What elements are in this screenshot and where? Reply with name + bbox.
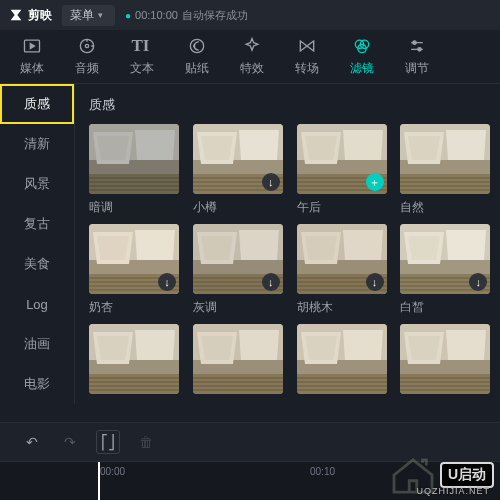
toolbar-text[interactable]: TI文本 xyxy=(114,31,169,83)
svg-rect-12 xyxy=(400,124,490,194)
toolbar-effect[interactable]: 特效 xyxy=(224,31,279,83)
filter-thumbnail[interactable]: ↓ xyxy=(89,224,179,294)
watermark-text: U启动 xyxy=(440,462,494,488)
sidebar-item-food[interactable]: 美食 xyxy=(0,244,74,284)
redo-button[interactable]: ↷ xyxy=(58,430,82,454)
download-icon[interactable]: ↓ xyxy=(262,273,280,291)
toolbar-label: 转场 xyxy=(295,60,319,77)
sidebar-item-retro[interactable]: 复古 xyxy=(0,204,74,244)
autosave-time: 00:10:00 xyxy=(135,9,178,21)
filter-thumbnail[interactable] xyxy=(193,324,283,394)
svg-point-3 xyxy=(190,39,203,52)
playhead-marker[interactable] xyxy=(98,462,100,500)
svg-rect-19 xyxy=(297,324,387,394)
filter-thumbnail[interactable]: ↓ xyxy=(193,124,283,194)
app-logo: 剪映 xyxy=(8,7,52,24)
sidebar-item-scenery[interactable]: 风景 xyxy=(0,164,74,204)
sparkle-icon xyxy=(242,36,262,56)
filter-thumbnail[interactable] xyxy=(400,324,490,394)
ruler-tick: 00:00 xyxy=(100,466,125,477)
filter-grid-panel: 质感 暗调↓小樽＋午后自然↓奶杏↓灰调↓胡桃木↓白皙 xyxy=(75,84,500,404)
toolbar-sticker[interactable]: 贴纸 xyxy=(169,31,224,83)
toolbar-label: 媒体 xyxy=(20,60,44,77)
svg-point-2 xyxy=(85,44,88,47)
watermark-sub: UQZHIJIA.NET xyxy=(416,486,490,496)
svg-point-7 xyxy=(412,41,415,44)
split-button[interactable]: ⎡⎦ xyxy=(96,430,120,454)
filter-label: 胡桃木 xyxy=(297,299,389,316)
sidebar-item-fresh[interactable]: 清新 xyxy=(0,124,74,164)
toolbar-label: 文本 xyxy=(130,60,154,77)
toolbar-label: 音频 xyxy=(75,60,99,77)
chevron-down-icon: ▾ xyxy=(98,10,103,20)
download-icon[interactable]: ↓ xyxy=(158,273,176,291)
autosave-text: 自动保存成功 xyxy=(182,8,248,23)
svg-rect-20 xyxy=(400,324,490,394)
download-icon[interactable]: ↓ xyxy=(366,273,384,291)
toolbar-audio[interactable]: 音频 xyxy=(59,31,114,83)
filter-item xyxy=(89,324,181,399)
filter-item: ↓小樽 xyxy=(193,124,285,216)
filter-thumbnail[interactable] xyxy=(400,124,490,194)
main-toolbar: 媒体音频TI文本贴纸特效转场滤镜调节 xyxy=(0,30,500,84)
filter-label: 自然 xyxy=(400,199,492,216)
filter-label: 暗调 xyxy=(89,199,181,216)
venn-icon xyxy=(352,36,372,56)
sidebar-item-texture[interactable]: 质感 xyxy=(0,84,74,124)
sidebar-item-log[interactable]: Log xyxy=(0,284,74,324)
sidebar-item-oil[interactable]: 油画 xyxy=(0,324,74,364)
svg-rect-9 xyxy=(89,124,179,194)
moon-icon xyxy=(187,36,207,56)
disc-icon xyxy=(77,36,97,56)
filter-item: ↓白皙 xyxy=(400,224,492,316)
toolbar-label: 贴纸 xyxy=(185,60,209,77)
toolbar-label: 特效 xyxy=(240,60,264,77)
filter-thumbnail[interactable]: ＋ xyxy=(297,124,387,194)
filter-label: 小樽 xyxy=(193,199,285,216)
delete-button[interactable]: 🗑 xyxy=(134,430,158,454)
add-icon[interactable]: ＋ xyxy=(366,173,384,191)
svg-rect-17 xyxy=(89,324,179,394)
filter-label: 白皙 xyxy=(400,299,492,316)
filter-item: 暗调 xyxy=(89,124,181,216)
toolbar-label: 滤镜 xyxy=(350,60,374,77)
filter-thumbnail[interactable]: ↓ xyxy=(193,224,283,294)
filter-category-sidebar: 质感清新风景复古美食Log油画电影 xyxy=(0,84,75,404)
filter-thumbnail[interactable] xyxy=(89,324,179,394)
filter-item: ↓灰调 xyxy=(193,224,285,316)
text-icon: TI xyxy=(132,36,152,56)
menu-label: 菜单 xyxy=(70,7,94,24)
filter-thumbnail[interactable]: ↓ xyxy=(297,224,387,294)
toolbar-transition[interactable]: 转场 xyxy=(279,31,334,83)
filter-item: 自然 xyxy=(400,124,492,216)
watermark: U启动 UQZHIJIA.NET xyxy=(390,456,494,494)
main-panel: 质感清新风景复古美食Log油画电影 质感 暗调↓小樽＋午后自然↓奶杏↓灰调↓胡桃… xyxy=(0,84,500,404)
title-bar: 剪映 菜单 ▾ ● 00:10:00 自动保存成功 xyxy=(0,0,500,30)
app-name: 剪映 xyxy=(28,7,52,24)
download-icon[interactable]: ↓ xyxy=(262,173,280,191)
filter-thumbnail[interactable]: ↓ xyxy=(400,224,490,294)
sidebar-item-movie[interactable]: 电影 xyxy=(0,364,74,404)
sliders-icon xyxy=(407,36,427,56)
filter-thumbnail[interactable] xyxy=(297,324,387,394)
filter-thumbnail[interactable] xyxy=(89,124,179,194)
filter-item xyxy=(193,324,285,399)
filter-item: ＋午后 xyxy=(297,124,389,216)
toolbar-adjust[interactable]: 调节 xyxy=(389,31,444,83)
section-title: 质感 xyxy=(89,96,492,114)
filter-label: 午后 xyxy=(297,199,389,216)
bowtie-icon xyxy=(297,36,317,56)
undo-button[interactable]: ↶ xyxy=(20,430,44,454)
autosave-status: ● 00:10:00 自动保存成功 xyxy=(125,8,248,23)
filter-item xyxy=(297,324,389,399)
status-dot-icon: ● xyxy=(125,10,131,21)
toolbar-label: 调节 xyxy=(405,60,429,77)
menu-button[interactable]: 菜单 ▾ xyxy=(62,5,115,26)
toolbar-media[interactable]: 媒体 xyxy=(4,31,59,83)
filter-item: ↓奶杏 xyxy=(89,224,181,316)
filter-item: ↓胡桃木 xyxy=(297,224,389,316)
svg-rect-18 xyxy=(193,324,283,394)
toolbar-filter[interactable]: 滤镜 xyxy=(334,31,389,83)
ruler-tick: 00:10 xyxy=(310,466,335,477)
play-box-icon xyxy=(22,36,42,56)
